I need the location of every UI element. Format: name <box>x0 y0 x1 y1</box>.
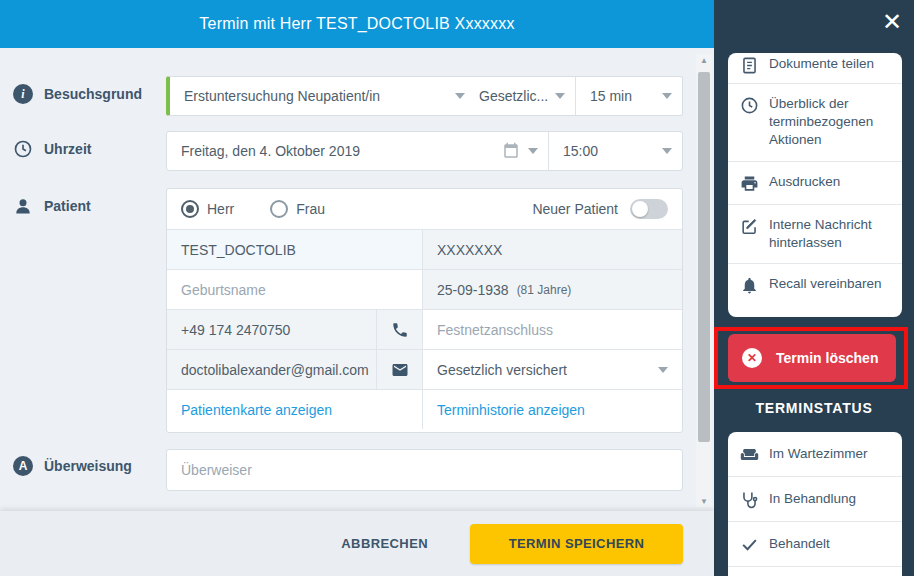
chevron-down-icon <box>455 93 465 99</box>
visit-type-select[interactable]: Erstuntersuchung Neupatient/in <box>170 77 475 115</box>
visit-reason-row: Erstuntersuchung Neupatient/in Gesetzlic… <box>166 76 683 116</box>
landline-field[interactable]: Festnetzanschluss <box>422 310 682 349</box>
check-icon <box>740 535 759 554</box>
delete-appointment-button[interactable]: ✕ Termin löschen <box>728 334 896 382</box>
patient-card: Herr Frau Neuer Patient TEST_DOCTOLIB XX… <box>166 188 683 433</box>
referral-icon: A <box>13 456 33 476</box>
referrer-input[interactable]: Überweiser <box>167 450 682 490</box>
landline-placeholder: Festnetzanschluss <box>437 322 553 338</box>
last-name-field[interactable]: TEST_DOCTOLIB <box>167 230 422 269</box>
menu-item-share-documents[interactable]: Dokumente teilen <box>728 53 902 83</box>
table-row: Geburtsname 25-09-1938 (81 Jahre) <box>167 269 682 309</box>
section-label-ueberweisung: A Überweisung <box>13 456 132 476</box>
radio-herr-label: Herr <box>207 201 234 217</box>
besuchsgrund-label: Besuchsgrund <box>44 86 142 102</box>
scrollbar-thumb[interactable] <box>698 72 710 442</box>
gender-row: Herr Frau Neuer Patient <box>167 189 682 229</box>
mobile-phone-value: +49 174 2470750 <box>181 322 290 338</box>
first-name-field[interactable]: XXXXXXX <box>422 230 682 269</box>
age-value: (81 Jahre) <box>517 283 572 297</box>
insurance-select[interactable]: Gesetzlich versichert <box>422 350 682 389</box>
history-cell: Terminhistorie anzeigen <box>422 390 682 429</box>
appointment-modal: Termin mit Herr TEST_DOCTOLIB Xxxxxxx i … <box>0 0 714 576</box>
status-card: Im Wartezimmer In Behandlung Behandelt <box>728 432 902 576</box>
date-value: Freitag, den 4. Oktober 2019 <box>181 143 502 159</box>
insurance-type-value: Gesetzlic... <box>479 88 553 104</box>
phone-icon <box>376 310 422 349</box>
toggle-knob <box>632 201 648 217</box>
time-value: 15:00 <box>563 143 654 159</box>
insurance-type-select[interactable]: Gesetzlic... <box>475 77 575 115</box>
new-patient-label: Neuer Patient <box>532 201 618 217</box>
close-icon[interactable]: ✕ <box>876 8 908 36</box>
red-highlight-annotation: ✕ Termin löschen <box>714 327 908 389</box>
birth-name-field[interactable]: Geburtsname <box>167 270 422 309</box>
new-patient-toggle-wrap: Neuer Patient <box>532 199 668 219</box>
modal-header: Termin mit Herr TEST_DOCTOLIB Xxxxxxx <box>0 0 714 48</box>
time-select[interactable]: 15:00 <box>549 132 682 170</box>
modal-body: i Besuchsgrund Uhrzeit Patient A Überwei… <box>0 48 714 511</box>
email-value: doctolibalexander@gmail.com <box>181 362 369 378</box>
radio-herr[interactable] <box>181 200 199 218</box>
scrollbar-track[interactable] <box>696 66 712 495</box>
menu-item-label: Recall vereinbaren <box>769 275 882 293</box>
modal-title: Termin mit Herr TEST_DOCTOLIB Xxxxxxx <box>199 15 514 33</box>
section-label-uhrzeit: Uhrzeit <box>13 139 91 159</box>
table-row: +49 174 2470750 Festnetzanschluss <box>167 309 682 349</box>
patient-label: Patient <box>44 198 91 214</box>
duration-value: 15 min <box>590 88 654 104</box>
duration-select[interactable]: 15 min <box>576 77 682 115</box>
date-time-row: Freitag, den 4. Oktober 2019 15:00 <box>166 131 683 171</box>
chevron-down-icon <box>662 93 672 99</box>
uhrzeit-label: Uhrzeit <box>44 141 91 157</box>
status-item-waiting-room[interactable]: Im Wartezimmer <box>728 432 902 476</box>
delete-button-label: Termin löschen <box>776 350 878 366</box>
chevron-down-icon <box>658 367 668 373</box>
clock-icon <box>740 96 759 115</box>
referrer-placeholder: Überweiser <box>181 462 252 478</box>
date-picker[interactable]: Freitag, den 4. Oktober 2019 <box>167 132 548 170</box>
visit-type-value: Erstuntersuchung Neupatient/in <box>184 88 447 104</box>
printer-icon <box>740 174 759 193</box>
chevron-down-icon <box>528 148 538 154</box>
table-row: doctolibalexander@gmail.com Gesetzlich v… <box>167 349 682 389</box>
section-label-besuchsgrund: i Besuchsgrund <box>13 84 142 104</box>
edit-icon <box>740 217 759 236</box>
insurance-value: Gesetzlich versichert <box>437 362 650 378</box>
first-name-value: XXXXXXX <box>437 242 502 258</box>
mobile-phone-field[interactable]: +49 174 2470750 <box>167 310 376 349</box>
birth-date-field[interactable]: 25-09-1938 (81 Jahre) <box>422 270 682 309</box>
radio-frau[interactable] <box>270 200 288 218</box>
table-row: Patientenkarte anzeigen Terminhistorie a… <box>167 389 682 429</box>
status-item-label: Im Wartezimmer <box>769 445 868 463</box>
chevron-down-icon <box>555 93 565 99</box>
last-name-value: TEST_DOCTOLIB <box>181 242 296 258</box>
status-item-in-treatment[interactable]: In Behandlung <box>728 476 902 521</box>
menu-item-label: Überblick der terminbezogenen Aktionen <box>769 95 890 150</box>
bell-icon <box>740 276 759 295</box>
cancel-button[interactable]: ABBRECHEN <box>341 536 428 551</box>
section-label-patient: Patient <box>13 196 91 216</box>
birth-date-value: 25-09-1938 <box>437 282 509 298</box>
calendar-icon <box>502 142 520 160</box>
scroll-down-icon[interactable]: ▼ <box>700 495 708 507</box>
referrer-row: Überweiser <box>166 449 683 491</box>
menu-item-print[interactable]: Ausdrucken <box>728 161 902 204</box>
email-field[interactable]: doctolibalexander@gmail.com <box>167 350 376 389</box>
menu-item-internal-note[interactable]: Interne Nachricht hinterlassen <box>728 204 902 263</box>
new-patient-toggle[interactable] <box>630 199 668 219</box>
patient-card-link[interactable]: Patientenkarte anzeigen <box>181 402 332 418</box>
menu-item-label: Ausdrucken <box>769 173 840 191</box>
history-link[interactable]: Terminhistorie anzeigen <box>437 402 585 418</box>
status-section-title: TERMINSTATUS <box>714 400 914 416</box>
status-item-treated[interactable]: Behandelt <box>728 521 902 567</box>
radio-frau-label: Frau <box>296 201 325 217</box>
menu-item-action-overview[interactable]: Überblick der terminbezogenen Aktionen <box>728 83 902 161</box>
save-appointment-button[interactable]: TERMIN SPEICHERN <box>470 524 683 564</box>
document-icon <box>740 56 759 75</box>
birth-name-placeholder: Geburtsname <box>181 282 266 298</box>
modal-scrollbar[interactable]: ▲ ▼ <box>696 54 712 507</box>
patient-card-cell: Patientenkarte anzeigen <box>167 390 422 429</box>
scroll-up-icon[interactable]: ▲ <box>700 54 708 66</box>
menu-item-recall[interactable]: Recall vereinbaren <box>728 263 902 306</box>
